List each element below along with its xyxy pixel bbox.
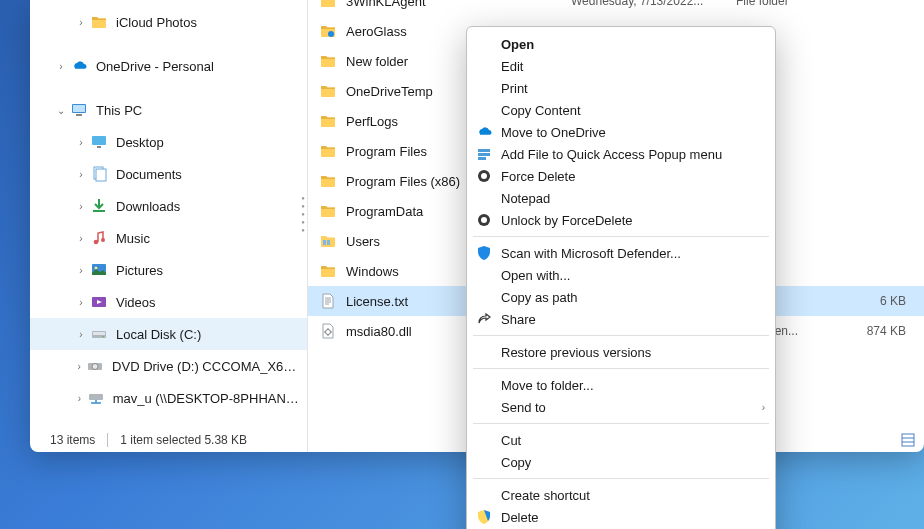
menu-item[interactable]: Copy Content [467, 99, 775, 121]
menu-item[interactable]: Restore previous versions [467, 341, 775, 363]
chevron-icon[interactable]: › [72, 297, 90, 308]
menu-item-label: Force Delete [501, 169, 575, 184]
share-icon [475, 310, 493, 328]
menu-item[interactable]: Notepad [467, 187, 775, 209]
forcedelete-icon [475, 211, 493, 229]
menu-item-label: Create shortcut [501, 488, 590, 503]
file-name: 3WinKLAgent [346, 0, 571, 9]
file-row[interactable]: 3WinKLAgentWednesday, 7/13/2022...File f… [308, 0, 924, 16]
pictures-icon [90, 261, 108, 279]
menu-item[interactable]: Open with... [467, 264, 775, 286]
tree-item[interactable]: ›Local Disk (C:) [30, 318, 307, 350]
folder-icon [318, 0, 338, 11]
folder-icon [318, 261, 338, 281]
menu-item-label: Send to [501, 400, 546, 415]
tree-item-label: Local Disk (C:) [116, 327, 207, 342]
tree-item-label: Music [116, 231, 156, 246]
status-selection: 1 item selected 5.38 KB [120, 433, 247, 447]
onedrive-icon [70, 57, 88, 75]
svg-rect-18 [89, 394, 103, 400]
chevron-icon[interactable]: › [72, 169, 90, 180]
tree-item-label: OneDrive - Personal [96, 59, 220, 74]
tree-item-label: DVD Drive (D:) CCCOMA_X64FRE_EN-0 [112, 359, 307, 374]
chevron-icon[interactable]: › [72, 361, 86, 372]
chevron-icon[interactable]: › [72, 201, 90, 212]
view-details-icon[interactable] [898, 430, 918, 450]
music-icon [90, 229, 108, 247]
chevron-icon[interactable]: › [72, 233, 90, 244]
svg-rect-7 [93, 210, 105, 212]
menu-item[interactable]: Share [467, 308, 775, 330]
menu-item[interactable]: Move to folder... [467, 374, 775, 396]
svg-point-20 [99, 402, 101, 404]
videos-icon [90, 293, 108, 311]
menu-item[interactable]: Add File to Quick Access Popup menu [467, 143, 775, 165]
tree-item-label: iCloud Photos [116, 15, 203, 30]
chevron-right-icon: › [762, 402, 765, 413]
svg-point-17 [92, 364, 98, 370]
tree-item[interactable]: ›OneDrive - Personal [30, 50, 307, 82]
documents-icon [90, 165, 108, 183]
menu-item[interactable]: Open [467, 33, 775, 55]
onedrive-icon [475, 123, 493, 141]
menu-item-label: Move to folder... [501, 378, 594, 393]
tree-item[interactable]: ›mav_u (\\DESKTOP-8PHHAN9\Users) ( [30, 382, 307, 414]
menu-item[interactable]: Move to OneDrive [467, 121, 775, 143]
menu-item[interactable]: Cut [467, 429, 775, 451]
menu-item-label: Edit [501, 59, 523, 74]
tree-item[interactable]: ›Pictures [30, 254, 307, 286]
menu-item-label: Notepad [501, 191, 550, 206]
chevron-icon[interactable]: ⌄ [52, 105, 70, 116]
menu-item[interactable]: Delete [467, 506, 775, 528]
chevron-icon[interactable]: › [72, 137, 90, 148]
netdrive-icon [87, 389, 105, 407]
folder-icon [318, 201, 338, 221]
menu-item[interactable]: Unlock by ForceDelete [467, 209, 775, 231]
chevron-icon[interactable]: › [72, 329, 90, 340]
tree-item[interactable]: ›Downloads [30, 190, 307, 222]
chevron-icon[interactable]: › [72, 265, 90, 276]
tree-item-label: Downloads [116, 199, 186, 214]
menu-item[interactable]: Force Delete [467, 165, 775, 187]
svg-point-19 [91, 402, 93, 404]
file-date: Wednesday, 7/13/2022... [571, 0, 736, 8]
textfile-icon [318, 291, 338, 311]
folder-icon [318, 51, 338, 71]
tree-item[interactable]: ›Music [30, 222, 307, 254]
tree-item-label: Videos [116, 295, 162, 310]
tree-item[interactable]: ›DVD Drive (D:) CCCOMA_X64FRE_EN-0 [30, 350, 307, 382]
tree-item-label: Pictures [116, 263, 169, 278]
menu-separator [473, 335, 769, 336]
drive-icon [90, 325, 108, 343]
menu-separator [473, 478, 769, 479]
pane-resize-handle[interactable]: ●●●●● [299, 0, 307, 428]
tree-item[interactable]: ⌄This PC [30, 94, 307, 126]
chevron-icon[interactable]: › [72, 17, 90, 28]
menu-item[interactable]: Print [467, 77, 775, 99]
svg-rect-28 [478, 149, 490, 152]
menu-separator [473, 423, 769, 424]
svg-rect-14 [93, 332, 105, 335]
tree-item-label: This PC [96, 103, 148, 118]
svg-rect-1 [73, 105, 85, 112]
menu-item[interactable]: Copy as path [467, 286, 775, 308]
tree-item[interactable]: ›Videos [30, 286, 307, 318]
tree-item[interactable]: ›Desktop [30, 126, 307, 158]
chevron-icon[interactable]: › [72, 393, 87, 404]
tree-item[interactable]: ›Documents [30, 158, 307, 190]
status-item-count: 13 items [50, 433, 95, 447]
menu-separator [473, 236, 769, 237]
chevron-icon[interactable]: › [52, 61, 70, 72]
folder-icon [318, 171, 338, 191]
tree-item[interactable]: ›iCloud Photos [30, 6, 307, 38]
menu-item-label: Move to OneDrive [501, 125, 606, 140]
menu-item[interactable]: Create shortcut [467, 484, 775, 506]
menu-item[interactable]: Edit [467, 55, 775, 77]
menu-item[interactable]: Send to› [467, 396, 775, 418]
folder-icon [318, 81, 338, 101]
menu-item[interactable]: Scan with Microsoft Defender... [467, 242, 775, 264]
svg-rect-6 [96, 169, 106, 181]
menu-item[interactable]: Copy [467, 451, 775, 473]
menu-item-label: Cut [501, 433, 521, 448]
tree-item-label: Documents [116, 167, 188, 182]
